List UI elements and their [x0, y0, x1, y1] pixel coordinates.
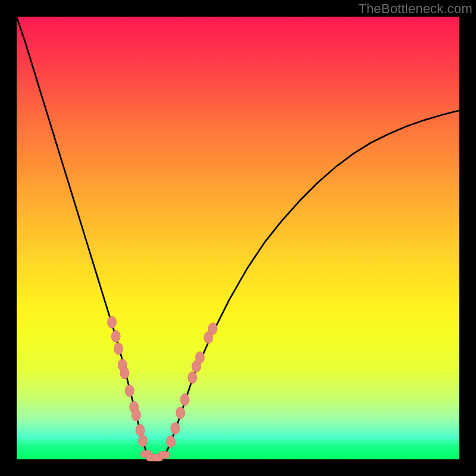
data-marker [114, 343, 123, 355]
bottleneck-curve [17, 17, 459, 459]
chart-svg [17, 17, 459, 459]
data-marker [139, 435, 148, 447]
data-marker [125, 385, 134, 397]
data-marker [120, 367, 129, 379]
data-marker [180, 394, 189, 406]
data-marker [131, 409, 140, 421]
marker-layer [108, 316, 218, 461]
data-marker [188, 371, 197, 383]
data-marker [158, 452, 170, 459]
data-marker [208, 323, 217, 335]
watermark-text: TheBottleneck.com [358, 1, 472, 17]
data-marker [196, 352, 205, 364]
data-marker [176, 407, 185, 419]
data-marker [111, 330, 120, 342]
curve-layer [17, 17, 459, 459]
data-marker [136, 424, 145, 436]
data-marker [171, 422, 180, 434]
data-marker [166, 436, 175, 447]
data-marker [108, 316, 117, 328]
